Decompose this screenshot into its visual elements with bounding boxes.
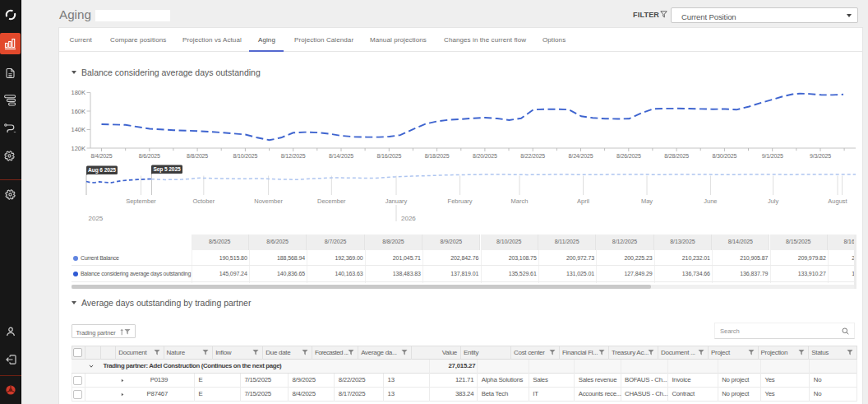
svg-text:2025: 2025	[89, 215, 104, 222]
svg-text:9/3/2025: 9/3/2025	[810, 153, 831, 159]
svg-text:8/24/2025: 8/24/2025	[569, 153, 593, 159]
svg-text:2026: 2026	[401, 215, 416, 222]
svg-text:180K: 180K	[71, 89, 85, 96]
svg-text:140K: 140K	[71, 126, 85, 133]
svg-text:120K: 120K	[71, 145, 85, 152]
svg-text:160K: 160K	[71, 108, 85, 115]
svg-text:8/26/2025: 8/26/2025	[616, 153, 641, 159]
svg-text:September: September	[126, 197, 156, 205]
svg-text:8/6/2025: 8/6/2025	[139, 153, 160, 159]
svg-text:October: October	[192, 197, 215, 205]
svg-text:8/8/2025: 8/8/2025	[187, 153, 208, 159]
svg-text:December: December	[317, 197, 346, 205]
svg-text:8/10/2025: 8/10/2025	[233, 153, 258, 159]
svg-text:February: February	[448, 197, 473, 205]
svg-text:8/20/2025: 8/20/2025	[473, 153, 497, 159]
svg-text:January: January	[386, 197, 408, 205]
svg-text:April: April	[577, 197, 589, 205]
svg-text:8/16/2025: 8/16/2025	[376, 153, 401, 159]
svg-text:November: November	[254, 197, 283, 205]
svg-text:8/4/2025: 8/4/2025	[90, 153, 112, 159]
svg-text:8/12/2025: 8/12/2025	[281, 153, 306, 159]
svg-text:Sep 5 2025: Sep 5 2025	[153, 166, 181, 173]
svg-text:July: July	[768, 197, 779, 205]
svg-text:8/22/2025: 8/22/2025	[520, 153, 545, 159]
svg-text:June: June	[704, 197, 717, 205]
svg-text:March: March	[511, 197, 529, 205]
svg-text:Aug 6 2025: Aug 6 2025	[88, 167, 116, 174]
svg-text:May: May	[641, 197, 653, 205]
svg-text:8/28/2025: 8/28/2025	[664, 153, 689, 159]
svg-text:August: August	[828, 197, 847, 205]
svg-text:8/18/2025: 8/18/2025	[425, 153, 450, 159]
svg-text:9/1/2025: 9/1/2025	[762, 153, 783, 159]
svg-text:8/30/2025: 8/30/2025	[713, 153, 737, 159]
svg-text:8/14/2025: 8/14/2025	[329, 153, 353, 159]
